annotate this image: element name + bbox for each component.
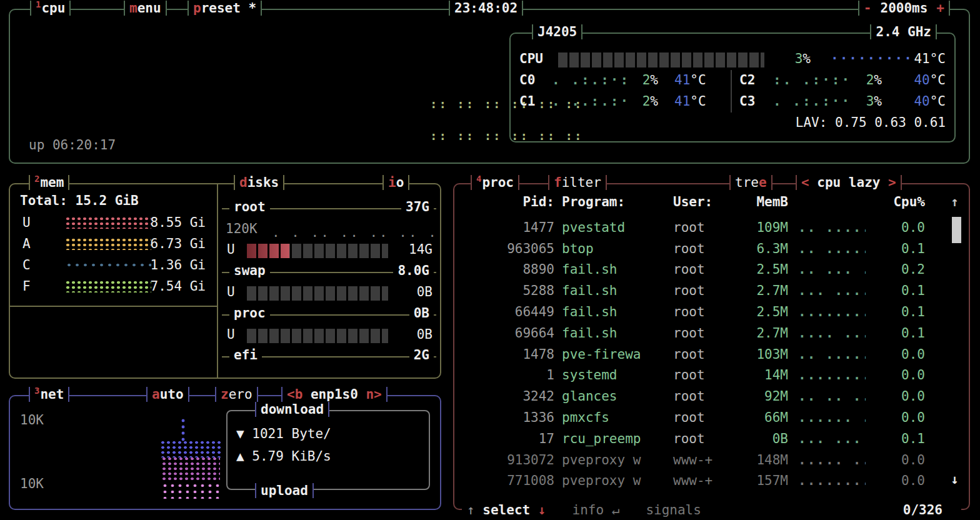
sort-prev-button[interactable]: < <box>801 175 809 190</box>
process-row[interactable]: 69664fail.shroot2.7M.... ....0.1 <box>454 322 969 344</box>
scroll-up-icon[interactable]: ↑ <box>951 194 959 209</box>
core-percent: 2% <box>623 72 658 88</box>
process-row[interactable]: 3242glancesroot92M.. .. ..0.0 <box>454 386 969 407</box>
process-cpu: 0.1 <box>866 326 925 341</box>
preset-hotkey: p <box>193 1 201 16</box>
process-row[interactable]: 1336pmxcfsroot66M...... .0.0 <box>454 407 969 428</box>
select-button[interactable]: select <box>482 502 530 518</box>
process-name: btop <box>562 241 673 256</box>
proc-footer: ↑ select ↓ info ↵ signals 0/326 <box>462 502 961 518</box>
proc-box-title: proc <box>482 175 514 190</box>
select-up-icon[interactable]: ↑ <box>467 502 475 518</box>
disk-root: root37G <box>218 198 440 219</box>
mem-box-toggle[interactable]: 2mem <box>29 175 69 190</box>
header-pid[interactable]: Pid: <box>462 194 554 209</box>
filter-hotkey: f <box>554 175 562 190</box>
header-program[interactable]: Program: <box>562 194 673 209</box>
core-column-divider <box>731 70 732 112</box>
header-memory[interactable]: MemB <box>728 194 788 209</box>
menu-label: enu <box>138 1 161 16</box>
cpu-model: J4205 <box>532 24 582 39</box>
proc-box-toggle[interactable]: 4proc <box>471 175 519 190</box>
process-cpu-graph: .. ..... <box>788 347 866 362</box>
interval-increase-button[interactable]: + <box>936 1 944 16</box>
process-row[interactable]: 1systemdroot14M.........0.0 <box>454 365 969 386</box>
mem-row-graph <box>65 262 151 268</box>
disk-swap-used: U 0B <box>218 283 440 304</box>
tree-button[interactable]: tree <box>729 175 772 190</box>
core-temp: 41°C <box>674 72 706 88</box>
upload-speed: ▲ 5.79 KiB/s <box>236 449 331 464</box>
info-button[interactable]: info <box>572 502 604 518</box>
header-cpu[interactable]: Cpu% <box>788 194 925 209</box>
process-row[interactable]: 1477pvestatdroot109M.. .....0.0 <box>454 217 969 238</box>
sort-label: cpu lazy <box>809 175 888 190</box>
core-percent: 3% <box>847 94 882 109</box>
cpu-total-percent: 3% <box>773 51 811 66</box>
process-pid: 771008 <box>462 473 554 488</box>
proc-rows: 1477pvestatdroot109M.. .....0.0963065bto… <box>454 217 969 491</box>
core-label: C0 <box>519 72 535 88</box>
mem-row-graph <box>65 280 151 292</box>
disk-swap-meter <box>247 286 388 301</box>
sort-next-button[interactable]: > <box>888 175 896 190</box>
process-row[interactable]: 8890fail.shroot2.5M.. ... ..0.2 <box>454 259 969 281</box>
process-memory: 92M <box>728 389 788 404</box>
cpu-box-toggle[interactable]: 1cpu <box>30 1 71 16</box>
core-graph: . .:.:·· <box>773 94 851 109</box>
interval-decrease-button[interactable]: - <box>864 1 872 16</box>
iface-next-button[interactable]: n> <box>366 387 381 402</box>
net-auto-button[interactable]: auto <box>146 387 189 402</box>
mem-row: F7.54 Gi <box>10 276 217 297</box>
process-pid: 1477 <box>462 220 554 235</box>
auto-hotkey: a <box>152 387 160 402</box>
disk-root-io: 120K . . .. .. .. .. .. .. .. .. .. .. <box>218 220 440 241</box>
process-row[interactable]: 5288fail.shroot2.7M... ....0.1 <box>454 280 969 301</box>
iface-prev-button[interactable]: <b <box>287 387 302 402</box>
preset-button[interactable]: preset * <box>188 1 262 16</box>
select-down-icon[interactable]: ↓ <box>538 502 546 518</box>
filter-button[interactable]: filter <box>548 175 607 190</box>
disk-root-used: U 14G <box>218 241 440 262</box>
mem-row-value: 7.54 Gi <box>150 279 206 294</box>
process-pid: 8890 <box>462 262 554 277</box>
process-row[interactable]: 66449fail.shroot2.5M........0.1 <box>454 301 969 322</box>
mem-row-value: 8.55 Gi <box>150 215 206 230</box>
clock-value: 23:48:02 <box>454 1 518 16</box>
process-cpu: 0.1 <box>866 304 925 319</box>
process-row[interactable]: 963065btoproot6.3M.. ......0.1 <box>454 238 969 259</box>
process-user: root <box>673 220 728 235</box>
core-percent: 2% <box>847 72 882 88</box>
sort-switcher: < cpu lazy > <box>796 175 902 190</box>
core-temp: 40°C <box>914 94 946 109</box>
process-memory: 2.7M <box>728 283 788 298</box>
process-row[interactable]: 1478pve-firewaroot103M.. .....0.0 <box>454 344 969 365</box>
mem-total: Total: 15.2 GiB <box>20 193 139 208</box>
process-name: pveproxy w <box>562 452 673 468</box>
process-cpu-graph: ......... <box>788 368 866 382</box>
process-cpu-graph: .. .. .. <box>788 389 866 404</box>
disk-swap: swap8.0G <box>218 262 440 283</box>
hotkey-2: 2 <box>34 174 39 184</box>
disk-efi: efi2G <box>218 346 440 368</box>
process-pid: 1 <box>462 368 554 382</box>
net-box-toggle[interactable]: 3net <box>29 387 69 402</box>
upload-title: upload <box>255 483 314 498</box>
menu-button[interactable]: menu <box>124 1 167 16</box>
process-name: fail.sh <box>562 283 673 298</box>
process-name: pve-firewa <box>562 347 673 362</box>
btop-monitor: 1cpu menu preset * 23:48:02 - 2000ms + :… <box>0 0 980 520</box>
core-graph: . ..:.:· <box>552 94 630 109</box>
process-row[interactable]: 913072pveproxy wwww-+148M..... ...0.0 <box>454 449 969 471</box>
process-row[interactable]: 771008pveproxy wwww-+157M.........0.0 <box>454 471 969 492</box>
process-name: glances <box>562 389 673 404</box>
process-cpu: 0.0 <box>866 389 925 404</box>
process-row[interactable]: 17rcu_preemproot0B... ... .0.1 <box>454 428 969 449</box>
header-user[interactable]: User: <box>673 194 728 209</box>
process-cpu-graph: .. ...... <box>788 241 866 256</box>
process-cpu-graph: ... .... <box>788 283 866 298</box>
net-zero-button[interactable]: zero <box>215 387 258 402</box>
process-cpu: 0.1 <box>866 283 925 298</box>
cpu-total-meter <box>558 52 764 68</box>
signals-button[interactable]: signals <box>646 502 701 518</box>
